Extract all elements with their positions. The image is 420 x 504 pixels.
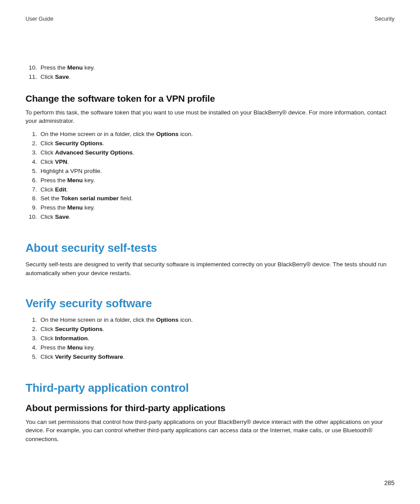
step-bold: Menu: [67, 344, 83, 351]
thirdparty-body: You can set permissions that control how…: [26, 418, 394, 444]
step-text: field.: [119, 195, 133, 202]
step-item: Click Verify Security Software.: [26, 353, 394, 362]
step-bold: Save: [55, 74, 69, 80]
step-item: Click Save.: [26, 213, 394, 222]
step-text: .: [103, 140, 104, 147]
vpn-steps: On the Home screen or in a folder, click…: [26, 130, 394, 222]
step-text: .: [69, 74, 71, 80]
step-text: Press the: [41, 204, 67, 211]
page: User Guide Security Press the Menu key.C…: [0, 0, 420, 504]
step-item: Click VPN.: [26, 158, 394, 167]
header-left: User Guide: [26, 16, 53, 22]
step-text: Click: [41, 326, 55, 332]
step-text: Click: [41, 335, 55, 342]
vpn-intro: To perform this task, the software token…: [26, 108, 394, 125]
step-item: Click Advanced Security Options.: [26, 148, 394, 158]
step-text: On the Home screen or in a folder, click…: [41, 316, 156, 323]
step-item: Click Information.: [26, 334, 394, 343]
step-bold: Verify Security Software: [55, 353, 123, 360]
step-item: On the Home screen or in a folder, click…: [26, 316, 394, 325]
step-bold: Security Options: [55, 140, 103, 147]
thirdparty-section: Third-party application control About pe…: [26, 381, 394, 444]
step-text: key.: [83, 344, 95, 351]
step-text: Highlight a VPN profile.: [41, 168, 102, 174]
step-item: Press the Menu key.: [26, 63, 394, 73]
step-text: .: [69, 213, 71, 220]
step-text: .: [103, 326, 104, 332]
step-text: Click: [41, 158, 55, 165]
verify-heading: Verify security software: [26, 297, 394, 310]
step-item: Click Save.: [26, 73, 394, 82]
verify-steps: On the Home screen or in a folder, click…: [26, 316, 394, 362]
verify-section: Verify security software On the Home scr…: [26, 297, 394, 362]
step-text: key.: [83, 64, 95, 71]
step-bold: Options: [156, 131, 179, 137]
step-bold: VPN: [55, 158, 67, 165]
continued-steps: Press the Menu key.Click Save.: [26, 63, 394, 82]
step-text: Press the: [41, 177, 67, 184]
step-bold: Save: [55, 213, 69, 220]
step-text: Click: [41, 186, 55, 193]
step-item: Set the Token serial number field.: [26, 194, 394, 203]
step-bold: Menu: [67, 204, 83, 211]
step-text: .: [133, 149, 134, 156]
thirdparty-heading: Third-party application control: [26, 381, 394, 395]
step-text: Set the: [41, 195, 61, 202]
running-header: User Guide Security: [26, 16, 394, 22]
thirdparty-subheading: About permissions for third-party applic…: [26, 403, 394, 413]
vpn-section: Change the software token for a VPN prof…: [26, 93, 394, 222]
step-text: icon.: [179, 131, 193, 137]
step-bold: Information: [55, 335, 88, 342]
step-text: Press the: [41, 64, 67, 71]
step-item: Click Security Options.: [26, 139, 394, 148]
step-item: On the Home screen or in a folder, click…: [26, 130, 394, 139]
selftests-body: Security self-tests are designed to veri…: [26, 260, 394, 277]
step-text: key.: [83, 177, 95, 184]
step-text: Click: [41, 149, 55, 156]
step-bold: Advanced Security Options: [55, 149, 133, 156]
step-bold: Menu: [67, 64, 83, 71]
step-item: Highlight a VPN profile.: [26, 167, 394, 176]
header-right: Security: [375, 16, 394, 22]
vpn-heading: Change the software token for a VPN prof…: [26, 93, 394, 104]
step-text: Click: [41, 74, 55, 80]
step-text: .: [66, 186, 68, 193]
step-text: Press the: [41, 344, 67, 351]
selftests-heading: About security self-tests: [26, 241, 394, 255]
step-text: icon.: [179, 316, 193, 323]
step-bold: Security Options: [55, 326, 103, 332]
step-item: Click Edit.: [26, 185, 394, 195]
continued-steps-block: Press the Menu key.Click Save.: [26, 63, 394, 82]
step-text: On the Home screen or in a folder, click…: [41, 131, 156, 137]
step-text: .: [123, 353, 125, 360]
page-number: 285: [384, 479, 394, 486]
step-bold: Options: [156, 316, 179, 323]
step-text: Click: [41, 353, 55, 360]
step-text: .: [88, 335, 89, 342]
step-item: Press the Menu key.: [26, 176, 394, 185]
step-item: Press the Menu key.: [26, 203, 394, 213]
step-text: Click: [41, 140, 55, 147]
step-text: Click: [41, 213, 55, 220]
step-item: Click Security Options.: [26, 325, 394, 334]
step-bold: Token serial number: [61, 195, 119, 202]
step-text: .: [67, 158, 69, 165]
selftests-section: About security self-tests Security self-…: [26, 241, 394, 277]
step-bold: Menu: [67, 177, 83, 184]
step-text: key.: [83, 204, 95, 211]
step-item: Press the Menu key.: [26, 343, 394, 353]
step-bold: Edit: [55, 186, 66, 193]
